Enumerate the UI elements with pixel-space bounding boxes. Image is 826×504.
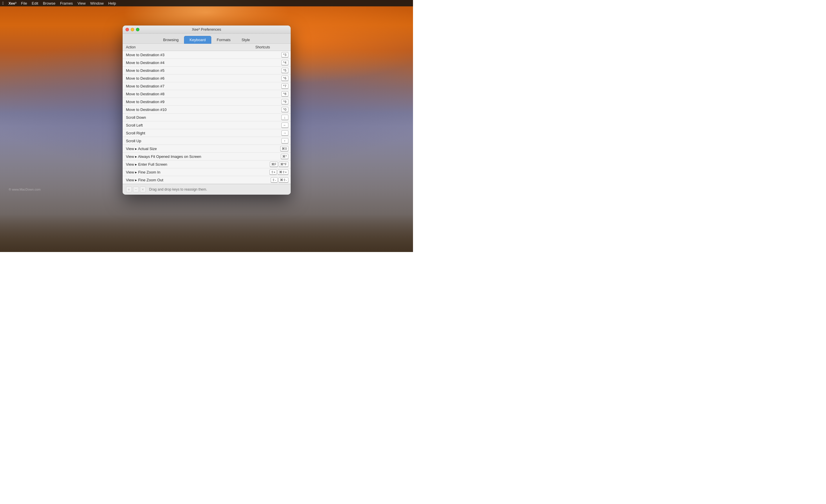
clear-shortcut-button[interactable]: × bbox=[140, 187, 146, 192]
key-badge: ^3 bbox=[281, 52, 288, 57]
shortcuts-cell: ↑ bbox=[252, 137, 291, 145]
table-row[interactable]: Move to Destination #4^4 bbox=[123, 59, 291, 67]
key-badge: ⌘^F bbox=[279, 162, 288, 167]
table-row[interactable]: Scroll Up↑ bbox=[123, 137, 291, 145]
key-badge: ⌘⇧+ bbox=[278, 170, 288, 175]
shortcuts-cell: ⌘0 bbox=[252, 145, 291, 153]
shortcuts-cell: ⇧+⌘⇧+ bbox=[252, 168, 291, 176]
table-row[interactable]: View ▸ Fine Zoom Out⇧-⌘⇧- bbox=[123, 176, 291, 184]
minimize-button[interactable] bbox=[131, 28, 134, 31]
key-badge: ^0 bbox=[281, 107, 288, 112]
table-header-row: Action Shortcuts bbox=[123, 44, 291, 51]
table-row[interactable]: View ▸ Actual Size⌘0 bbox=[123, 145, 291, 153]
shortcuts-cell: → bbox=[252, 129, 291, 137]
menubar-view[interactable]: View bbox=[77, 1, 85, 5]
shortcuts-cell: ^3 bbox=[252, 51, 291, 59]
key-badge: ^4 bbox=[281, 60, 288, 65]
key-badge: ^7 bbox=[281, 83, 288, 88]
key-badge: ⇧+ bbox=[270, 170, 277, 175]
table-row[interactable]: Scroll Right→ bbox=[123, 129, 291, 137]
action-cell: View ▸ Fine Zoom Out bbox=[123, 176, 252, 184]
apple-menu[interactable]:  bbox=[2, 1, 4, 5]
key-badge: ^6 bbox=[281, 76, 288, 81]
title-bar: Xee³ Preferences bbox=[123, 25, 291, 34]
action-cell: Move to Destination #8 bbox=[123, 90, 252, 98]
shortcuts-cell: ⌘* bbox=[252, 153, 291, 161]
action-cell: Move to Destination #3 bbox=[123, 51, 252, 59]
shortcuts-cell: ⌘F⌘^F bbox=[252, 161, 291, 168]
menubar-file[interactable]: File bbox=[21, 1, 27, 5]
table-row[interactable]: View ▸ Always Fit Opened Images on Scree… bbox=[123, 153, 291, 161]
action-cell: Scroll Up bbox=[123, 137, 252, 145]
table-row[interactable]: Move to Destination #8^8 bbox=[123, 90, 291, 98]
menubar-help[interactable]: Help bbox=[108, 1, 116, 5]
key-badge: ⌘F bbox=[270, 162, 278, 167]
key-badge: ⌘* bbox=[281, 154, 288, 159]
shortcuts-cell: ↓ bbox=[252, 114, 291, 121]
tab-style[interactable]: Style bbox=[236, 36, 255, 44]
tab-browsing[interactable]: Browsing bbox=[158, 36, 184, 44]
key-badge: ↑ bbox=[281, 138, 288, 143]
watermark: ® www.MacDown.com bbox=[9, 188, 41, 191]
maximize-button[interactable] bbox=[136, 28, 139, 31]
content-area: Action Shortcuts Move to Destination #3^… bbox=[123, 44, 291, 184]
table-row[interactable]: Scroll Left← bbox=[123, 121, 291, 129]
table-row[interactable]: Move to Destination #6^6 bbox=[123, 74, 291, 82]
remove-shortcut-button[interactable]: − bbox=[133, 187, 139, 192]
tab-formats[interactable]: Formats bbox=[211, 36, 236, 44]
key-badge: ^9 bbox=[281, 99, 288, 104]
action-column-header: Action bbox=[123, 44, 252, 51]
shortcuts-cell: ^4 bbox=[252, 59, 291, 67]
action-cell: Move to Destination #7 bbox=[123, 82, 252, 90]
toolbar-hint: Drag and drop keys to reassign them. bbox=[149, 187, 207, 191]
action-cell: Move to Destination #9 bbox=[123, 98, 252, 106]
menubar-window[interactable]: Window bbox=[90, 1, 104, 5]
key-badge: ← bbox=[281, 123, 288, 128]
shortcuts-cell: ^0 bbox=[252, 106, 291, 114]
key-badge: ⌘⇧- bbox=[279, 177, 288, 183]
shortcuts-column-header: Shortcuts bbox=[252, 44, 291, 51]
close-button[interactable] bbox=[125, 28, 129, 31]
bottom-toolbar: + − × Drag and drop keys to reassign the… bbox=[123, 184, 291, 195]
traffic-lights bbox=[125, 28, 139, 31]
window-title: Xee³ Preferences bbox=[192, 27, 221, 32]
table-row[interactable]: Move to Destination #7^7 bbox=[123, 82, 291, 90]
preferences-window: Xee³ Preferences Browsing Keyboard Forma… bbox=[123, 25, 291, 195]
menubar-edit[interactable]: Edit bbox=[32, 1, 38, 5]
action-cell: Scroll Down bbox=[123, 114, 252, 121]
action-cell: View ▸ Enter Full Screen bbox=[123, 161, 252, 168]
table-row[interactable]: Scroll Down↓ bbox=[123, 114, 291, 121]
key-badge: ↓ bbox=[281, 115, 288, 120]
action-cell: View ▸ Actual Size bbox=[123, 145, 252, 153]
key-badge: ⌘0 bbox=[280, 146, 288, 151]
shortcuts-cell: ^6 bbox=[252, 74, 291, 82]
tab-keyboard[interactable]: Keyboard bbox=[184, 36, 211, 44]
tab-bar: Browsing Keyboard Formats Style bbox=[123, 34, 291, 44]
shortcuts-cell: ^5 bbox=[252, 67, 291, 74]
key-badge: → bbox=[281, 130, 288, 136]
action-cell: Move to Destination #5 bbox=[123, 67, 252, 74]
table-row[interactable]: Move to Destination #5^5 bbox=[123, 67, 291, 74]
action-cell: Move to Destination #10 bbox=[123, 106, 252, 114]
key-badge: ⇧- bbox=[271, 177, 278, 183]
action-cell: View ▸ Fine Zoom In bbox=[123, 168, 252, 176]
shortcuts-cell: ⇧-⌘⇧- bbox=[252, 176, 291, 184]
menubar-app-name[interactable]: Xee³ bbox=[8, 1, 16, 5]
shortcuts-cell: ← bbox=[252, 121, 291, 129]
action-cell: View ▸ Always Fit Opened Images on Scree… bbox=[123, 153, 252, 161]
menubar-browse[interactable]: Browse bbox=[43, 1, 55, 5]
key-badge: ^8 bbox=[281, 91, 288, 97]
menubar-frames[interactable]: Frames bbox=[60, 1, 73, 5]
table-row[interactable]: View ▸ Enter Full Screen⌘F⌘^F bbox=[123, 161, 291, 168]
table-row[interactable]: Move to Destination #10^0 bbox=[123, 106, 291, 114]
table-row[interactable]: View ▸ Fine Zoom In⇧+⌘⇧+ bbox=[123, 168, 291, 176]
action-cell: Scroll Right bbox=[123, 129, 252, 137]
action-cell: Move to Destination #6 bbox=[123, 74, 252, 82]
add-shortcut-button[interactable]: + bbox=[126, 187, 132, 192]
table-row[interactable]: Move to Destination #9^9 bbox=[123, 98, 291, 106]
table-row[interactable]: Move to Destination #3^3 bbox=[123, 51, 291, 59]
action-cell: Move to Destination #4 bbox=[123, 59, 252, 67]
shortcuts-cell: ^7 bbox=[252, 82, 291, 90]
menubar:  Xee³ File Edit Browse Frames View Wind… bbox=[0, 0, 413, 6]
key-badge: ^5 bbox=[281, 68, 288, 73]
